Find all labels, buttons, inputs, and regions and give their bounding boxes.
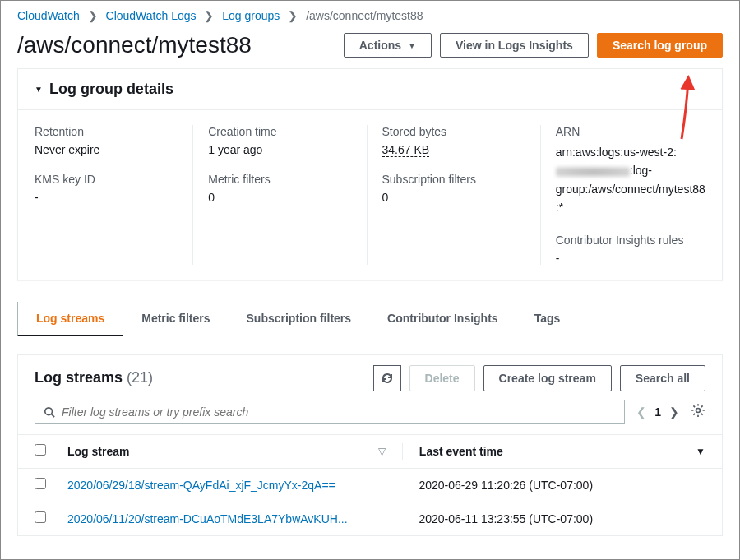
breadcrumb: CloudWatch ❯ CloudWatch Logs ❯ Log group… xyxy=(1,1,739,27)
metric-filters-label: Metric filters xyxy=(208,173,358,186)
arn-label: ARN xyxy=(556,125,705,138)
actions-dropdown-button[interactable]: Actions ▼ xyxy=(344,33,432,58)
pager-next[interactable]: ❯ xyxy=(669,405,679,419)
row-time: 2020-06-11 13:23:55 (UTC-07:00) xyxy=(419,512,705,525)
ci-rules-value: - xyxy=(556,252,705,265)
filter-search-box[interactable] xyxy=(35,400,625,424)
svg-line-1 xyxy=(52,414,55,417)
kms-value: - xyxy=(35,191,184,204)
gear-icon xyxy=(691,403,705,418)
tab-bar: Log streams Metric filters Subscription … xyxy=(17,302,723,336)
col-time-header[interactable]: Last event time xyxy=(419,445,503,458)
delete-button[interactable]: Delete xyxy=(409,365,475,391)
streams-title: Log streams xyxy=(35,369,123,386)
creation-value: 1 year ago xyxy=(208,143,358,156)
sub-filters-value: 0 xyxy=(382,191,532,204)
svg-point-0 xyxy=(45,407,53,414)
sort-desc-icon[interactable]: ▼ xyxy=(696,446,705,457)
filter-input[interactable] xyxy=(62,405,616,419)
table-row: 2020/06/11/20/stream-DCuAoTMdE3LA7YbwAvK… xyxy=(18,502,722,535)
chevron-right-icon: ❯ xyxy=(288,9,298,22)
svg-point-2 xyxy=(696,409,701,413)
ci-rules-label: Contributor Insights rules xyxy=(556,234,705,247)
search-log-group-button[interactable]: Search log group xyxy=(597,33,723,58)
metric-filters-value: 0 xyxy=(208,191,358,204)
table-row: 2020/06/29/18/stream-QAyFdAi_xjF_JcmyYx-… xyxy=(18,468,722,502)
crumb-logs[interactable]: CloudWatch Logs xyxy=(106,9,197,22)
chevron-right-icon: ❯ xyxy=(204,9,214,22)
page-title: /aws/connect/mytest88 xyxy=(17,32,252,58)
arn-value: arn:aws:logs:us-west-2::log-group:/aws/c… xyxy=(556,143,705,217)
settings-button[interactable] xyxy=(691,403,705,420)
tab-contributor-insights[interactable]: Contributor Insights xyxy=(369,302,516,336)
creation-label: Creation time xyxy=(208,125,358,138)
row-checkbox[interactable] xyxy=(35,511,46,523)
caret-down-icon: ▼ xyxy=(35,85,43,94)
pager: ❮ 1 ❯ xyxy=(636,405,679,419)
retention-label: Retention xyxy=(35,125,184,138)
create-log-stream-button[interactable]: Create log stream xyxy=(483,365,612,391)
search-icon xyxy=(44,406,55,418)
redacted-account-id xyxy=(556,167,630,177)
pager-page: 1 xyxy=(654,405,661,419)
tab-subscription-filters[interactable]: Subscription filters xyxy=(229,302,370,336)
crumb-current: /aws/connect/mytest88 xyxy=(306,9,423,22)
panel-header[interactable]: ▼ Log group details xyxy=(18,69,722,110)
stream-link[interactable]: 2020/06/11/20/stream-DCuAoTMdE3LA7YbwAvK… xyxy=(67,512,348,525)
crumb-groups[interactable]: Log groups xyxy=(222,9,280,22)
sort-icon[interactable]: ▽ xyxy=(378,446,386,457)
log-group-details-panel: ▼ Log group details Retention Never expi… xyxy=(17,68,723,280)
col-stream-header[interactable]: Log stream xyxy=(67,445,129,458)
streams-count: (21) xyxy=(127,369,153,386)
select-all-checkbox[interactable] xyxy=(35,444,46,456)
search-all-button[interactable]: Search all xyxy=(620,365,705,391)
tab-log-streams[interactable]: Log streams xyxy=(17,302,123,336)
tab-metric-filters[interactable]: Metric filters xyxy=(123,302,228,336)
tab-tags[interactable]: Tags xyxy=(516,302,579,336)
refresh-icon xyxy=(381,372,394,385)
table-header: Log stream ▽ Last event time ▼ xyxy=(18,434,722,468)
retention-value: Never expire xyxy=(35,143,184,156)
panel-title: Log group details xyxy=(49,81,173,98)
caret-down-icon: ▼ xyxy=(408,41,416,50)
stored-bytes-value: 34.67 KB xyxy=(382,143,532,156)
row-checkbox[interactable] xyxy=(35,478,46,489)
view-insights-button[interactable]: View in Logs Insights xyxy=(440,33,589,58)
log-streams-panel: Log streams (21) Delete Create log strea… xyxy=(17,354,723,536)
pager-prev[interactable]: ❮ xyxy=(636,405,646,419)
kms-label: KMS key ID xyxy=(35,173,184,186)
crumb-cloudwatch[interactable]: CloudWatch xyxy=(17,9,80,22)
sub-filters-label: Subscription filters xyxy=(382,173,532,186)
refresh-button[interactable] xyxy=(373,365,401,391)
stream-link[interactable]: 2020/06/29/18/stream-QAyFdAi_xjF_JcmyYx-… xyxy=(67,479,335,492)
stored-bytes-label: Stored bytes xyxy=(382,125,532,138)
row-time: 2020-06-29 11:20:26 (UTC-07:00) xyxy=(419,479,705,492)
chevron-right-icon: ❯ xyxy=(88,9,98,22)
